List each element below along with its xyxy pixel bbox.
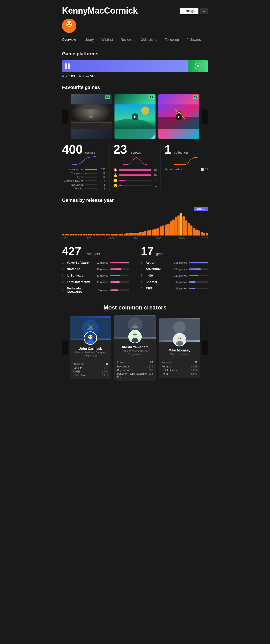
year-bar[interactable] <box>96 234 98 236</box>
reviews-label: reviews <box>130 150 141 154</box>
year-bar[interactable] <box>129 233 131 236</box>
nav-item-overview[interactable]: Overview <box>62 36 80 44</box>
creator-card-yamagami[interactable]: 🗻 Hitoshi Yamagami Director, Producer, D… <box>114 315 156 380</box>
creator-card-morasky[interactable]: 🎵 Mike Morasky Writer, Composer <box>158 318 200 378</box>
game-card-katana[interactable]: 🥷 ▶ 83 Mac PC SW Katana ZERO 🎯 ✓ 253 <box>158 94 200 139</box>
year-bar[interactable] <box>116 234 118 236</box>
year-bar[interactable] <box>93 234 95 236</box>
year-bar[interactable] <box>198 230 200 236</box>
year-bar[interactable] <box>172 220 174 236</box>
nav-item-wishlist[interactable]: Wishlist <box>98 36 117 44</box>
year-bar[interactable] <box>90 234 92 236</box>
year-bar[interactable] <box>188 223 190 236</box>
review-bar-bg <box>119 169 152 170</box>
year-bar[interactable] <box>103 234 106 236</box>
year-bar[interactable] <box>98 234 100 236</box>
year-bar[interactable] <box>206 233 208 236</box>
year-bar[interactable] <box>195 230 198 236</box>
year-bar[interactable] <box>164 224 167 236</box>
year-bar[interactable] <box>75 234 77 236</box>
year-bar[interactable] <box>157 228 159 236</box>
year-bar[interactable] <box>144 231 146 236</box>
genre-bar-fill <box>189 288 195 289</box>
year-bar[interactable] <box>111 234 113 236</box>
year-bar[interactable] <box>142 232 144 236</box>
creators-next-button[interactable]: › <box>202 340 208 355</box>
year-bar[interactable] <box>160 226 162 236</box>
game-card-xenoblade[interactable]: 🐋 ▶ 83 SW Xenoblade Chronicles 2 🎯 ✓ 142… <box>114 94 156 139</box>
year-bar[interactable] <box>154 228 157 236</box>
year-bar[interactable] <box>152 230 154 236</box>
settings-button[interactable]: Settings <box>180 8 198 14</box>
year-bar[interactable] <box>175 217 177 236</box>
year-bar[interactable] <box>126 233 128 236</box>
dev-count: 12 games <box>96 274 108 277</box>
genre-count: 92 games <box>176 280 187 284</box>
year-bar[interactable] <box>200 232 203 236</box>
year-bar[interactable] <box>85 234 88 236</box>
creators-prev-button[interactable]: ‹ <box>62 340 68 355</box>
platform-pc-bar <box>62 60 188 72</box>
genre-rank: 5 <box>141 287 144 290</box>
row-count: 17 <box>98 172 106 175</box>
year-bar[interactable] <box>190 226 193 236</box>
year-bar[interactable] <box>124 234 126 236</box>
year-bar[interactable] <box>167 224 170 236</box>
year-bar[interactable] <box>178 216 180 236</box>
year-bar[interactable] <box>100 234 103 236</box>
nav-item-collections[interactable]: Collections <box>137 36 161 44</box>
year-bar[interactable] <box>70 234 72 236</box>
year-bar[interactable] <box>136 233 139 236</box>
year-bar[interactable] <box>65 234 67 236</box>
creator-game-row: Quake Live 1,256 <box>72 374 108 376</box>
review-bar-fill <box>119 174 152 176</box>
year-bar[interactable] <box>203 233 205 236</box>
nav-item-followers[interactable]: Followers <box>183 36 205 44</box>
year-bar[interactable] <box>82 234 85 236</box>
year-bar[interactable] <box>131 233 134 236</box>
year-bar[interactable] <box>182 216 185 236</box>
year-bar[interactable] <box>185 220 188 236</box>
year-bar[interactable] <box>118 234 121 236</box>
creator-card-carmack[interactable]: 👨‍💻 John Carmack Director, Producer, Des… <box>70 316 112 379</box>
year-tooltip: 2016: 45 <box>194 207 208 211</box>
header: KennyMacCormick Settings ➡ <box>56 0 214 16</box>
year-bar[interactable] <box>78 234 80 236</box>
year-bar[interactable] <box>121 234 123 236</box>
year-bar[interactable] <box>162 226 164 236</box>
year-bar[interactable] <box>108 234 111 236</box>
year-bar[interactable] <box>72 234 75 236</box>
dev-bar-bg <box>110 262 129 264</box>
year-bar[interactable] <box>62 234 64 236</box>
nav-item-following[interactable]: Following <box>161 36 183 44</box>
year-bar[interactable] <box>180 213 182 236</box>
carousel-next-button[interactable]: › <box>202 110 208 124</box>
year-2010: 2010 <box>179 237 184 240</box>
creator-game-count: 3,280 <box>102 366 108 369</box>
creator-game-row: Bayonetta 1,979 <box>117 365 153 368</box>
creator-game-name: Portal 2 <box>162 365 170 368</box>
nav-item-library[interactable]: Library <box>80 36 98 44</box>
year-bar[interactable] <box>170 222 172 236</box>
nav-item-reviews[interactable]: Reviews <box>117 36 137 44</box>
year-bar[interactable] <box>134 233 136 236</box>
year-bar[interactable] <box>139 232 142 236</box>
year-bar[interactable] <box>147 230 149 236</box>
game-card-fallout[interactable]: 🏛 91 PS XB PC Fallout 3: Game of the Yea… <box>70 94 112 139</box>
genres-count: 17 <box>141 245 154 258</box>
year-bar[interactable] <box>80 234 82 236</box>
svg-point-32 <box>132 338 138 343</box>
dev-bar-fill <box>110 290 118 291</box>
carousel-prev-button[interactable]: ‹ <box>62 110 68 124</box>
year-bar[interactable] <box>113 234 116 236</box>
year-bar[interactable] <box>67 234 70 236</box>
header-actions: Settings ➡ <box>180 8 208 14</box>
year-bar[interactable] <box>193 228 195 236</box>
svg-text:🏛: 🏛 <box>89 113 94 118</box>
year-1990: 1990 <box>132 237 138 240</box>
year-bar[interactable] <box>149 230 152 236</box>
year-bar[interactable] <box>88 234 90 236</box>
review-bars: 🎯 10 👍 10 😐 2 😠 <box>113 168 157 188</box>
year-bar[interactable] <box>106 234 108 236</box>
share-button[interactable]: ➡ <box>200 8 208 14</box>
